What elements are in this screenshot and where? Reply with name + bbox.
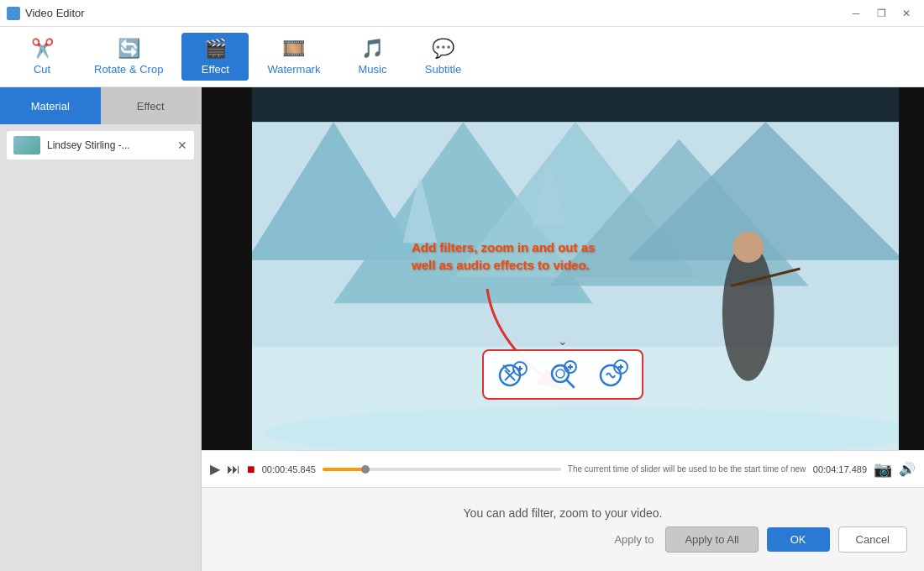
svg-point-22	[552, 365, 569, 382]
watermark-label: Watermark	[267, 63, 320, 76]
add-filter-icon	[496, 359, 528, 390]
video-player: Add filters, zoom in and out aswell as a…	[202, 87, 924, 450]
app-icon	[7, 7, 20, 20]
cut-label: Cut	[34, 63, 50, 76]
tab-cut[interactable]: ✂️ Cut	[8, 33, 76, 81]
app-title: Video Editor	[25, 7, 85, 19]
svg-rect-1	[252, 87, 899, 122]
dark-right-bar	[899, 87, 924, 450]
volume-button[interactable]: 🔊	[899, 461, 916, 477]
subtitle-icon: 💬	[432, 38, 454, 60]
clip-label: Lindsey Stirling -...	[47, 139, 130, 151]
add-zoom-button[interactable]	[544, 356, 581, 393]
subtitle-label: Subtitle	[425, 63, 461, 76]
close-button[interactable]: ✕	[895, 5, 917, 22]
minimize-button[interactable]: ─	[845, 5, 867, 22]
progress-fill	[323, 468, 365, 471]
current-time: 00:00:45.845	[262, 464, 316, 474]
add-filter-button[interactable]	[494, 356, 531, 393]
progress-track[interactable]	[323, 468, 561, 471]
title-bar-left: Video Editor	[7, 7, 85, 20]
cut-icon: ✂️	[31, 38, 54, 60]
add-zoom-icon	[547, 359, 579, 390]
sidebar: Material Effect Lindsey Stirling -... ✕	[0, 87, 202, 571]
bottom-panel: You can add filter, zoom to your video. …	[202, 487, 924, 571]
chevron-down-icon: ⌄	[558, 334, 568, 348]
tooltip-text: Add filters, zoom in and out aswell as a…	[412, 238, 595, 274]
window-controls: ─ ❐ ✕	[845, 5, 917, 22]
tab-effect[interactable]: 🎬 Effect	[181, 33, 249, 81]
progress-bar-container[interactable]	[323, 468, 561, 471]
stop-button[interactable]: ■	[247, 462, 255, 477]
title-bar: Video Editor ─ ❐ ✕	[0, 0, 924, 27]
effect-icon: 🎬	[204, 38, 227, 60]
floating-buttons-container	[482, 349, 643, 400]
svg-point-23	[556, 369, 564, 378]
svg-line-24	[567, 380, 574, 387]
cancel-button[interactable]: Cancel	[838, 526, 907, 553]
end-time: 00:04:17.489	[813, 464, 867, 474]
sidebar-tabs: Material Effect	[0, 87, 201, 124]
apply-to-all-button[interactable]: Apply to All	[665, 526, 758, 553]
tab-rotate-crop[interactable]: 🔄 Rotate & Crop	[79, 33, 178, 81]
add-audio-effect-button[interactable]	[595, 356, 632, 393]
apply-to-label: Apply to	[614, 533, 654, 546]
tab-music[interactable]: 🎵 Music	[339, 33, 406, 81]
sidebar-tab-effect[interactable]: Effect	[101, 87, 202, 124]
clip-item[interactable]: Lindsey Stirling -... ✕	[7, 131, 194, 160]
screenshot-button[interactable]: 📷	[874, 460, 892, 479]
play-button[interactable]: ▶	[210, 461, 220, 477]
music-icon: 🎵	[361, 38, 384, 60]
rotate-icon: 🔄	[118, 38, 140, 60]
svg-point-10	[722, 243, 774, 381]
restore-button[interactable]: ❐	[870, 5, 892, 22]
clip-thumbnail	[13, 136, 40, 155]
dark-left-bar	[202, 87, 252, 450]
video-area: Add filters, zoom in and out aswell as a…	[202, 87, 924, 571]
floating-toolbar: ⌄	[482, 334, 643, 400]
bottom-actions: Apply to Apply to All OK Cancel	[202, 526, 924, 553]
add-audio-icon	[597, 359, 629, 390]
music-label: Music	[358, 63, 386, 76]
progress-thumb[interactable]	[361, 465, 370, 474]
controls-bar: ▶ ⏭ ■ 00:00:45.845 The current time of s…	[202, 450, 924, 487]
bottom-hint: You can add filter, zoom to your video.	[464, 506, 663, 520]
tab-watermark[interactable]: 🎞️ Watermark	[252, 33, 335, 81]
sidebar-tab-material[interactable]: Material	[0, 87, 101, 124]
main-toolbar: ✂️ Cut 🔄 Rotate & Crop 🎬 Effect 🎞️ Water…	[0, 27, 924, 87]
main-content: Material Effect Lindsey Stirling -... ✕	[0, 87, 924, 571]
sidebar-content: Lindsey Stirling -... ✕	[0, 124, 201, 571]
effect-label: Effect	[202, 63, 229, 76]
status-text: The current time of slider will be used …	[568, 464, 806, 474]
close-clip-button[interactable]: ✕	[177, 139, 187, 152]
svg-point-11	[732, 232, 764, 263]
tab-subtitle[interactable]: 💬 Subtitle	[409, 33, 476, 81]
rotate-label: Rotate & Crop	[94, 63, 163, 76]
ok-button[interactable]: OK	[767, 527, 830, 552]
watermark-icon: 🎞️	[282, 38, 305, 60]
step-forward-button[interactable]: ⏭	[227, 462, 240, 477]
